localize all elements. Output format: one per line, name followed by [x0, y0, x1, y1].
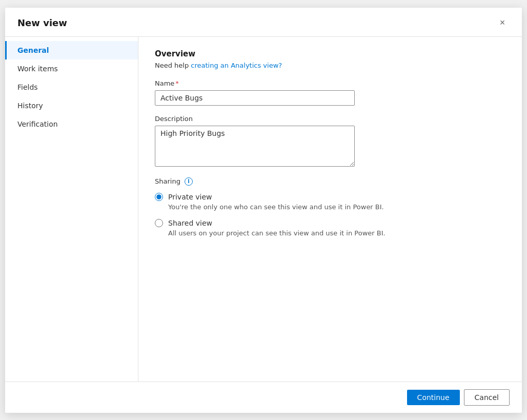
- main-content: Overview Need help creating an Analytics…: [138, 37, 522, 382]
- continue-button[interactable]: Continue: [407, 390, 460, 405]
- sidebar-item-work-items[interactable]: Work items: [5, 59, 138, 78]
- new-view-dialog: New view × General Work items Fields His…: [5, 8, 522, 413]
- shared-view-option: Shared view All users on your project ca…: [155, 219, 505, 237]
- sidebar: General Work items Fields History Verifi…: [5, 37, 138, 382]
- private-view-radio[interactable]: [155, 193, 163, 201]
- sidebar-item-verification[interactable]: Verification: [5, 115, 138, 133]
- name-label: Name*: [155, 79, 505, 87]
- private-view-description: You're the only one who can see this vie…: [155, 203, 505, 211]
- sidebar-item-fields[interactable]: Fields: [5, 78, 138, 96]
- dialog-footer: Continue Cancel: [5, 382, 522, 413]
- sharing-info-icon[interactable]: i: [185, 177, 193, 186]
- sharing-section: Sharing i Private view You're the only o…: [155, 177, 505, 237]
- shared-view-description: All users on your project can see this v…: [155, 229, 505, 237]
- cancel-button[interactable]: Cancel: [464, 389, 510, 406]
- sharing-label-row: Sharing i: [155, 177, 505, 186]
- dialog-body: General Work items Fields History Verifi…: [5, 37, 522, 382]
- dialog-title: New view: [17, 17, 67, 28]
- sidebar-item-history[interactable]: History: [5, 96, 138, 115]
- description-form-group: Description High Priority Bugs: [155, 115, 505, 168]
- private-view-option: Private view You're the only one who can…: [155, 193, 505, 211]
- name-form-group: Name*: [155, 79, 505, 106]
- name-input[interactable]: [155, 90, 355, 106]
- section-title: Overview: [155, 49, 505, 58]
- sharing-title: Sharing: [155, 177, 180, 185]
- shared-view-label: Shared view: [168, 219, 212, 227]
- shared-view-radio[interactable]: [155, 219, 163, 227]
- required-indicator: *: [175, 79, 179, 87]
- help-text: Need help creating an Analytics view?: [155, 62, 505, 69]
- help-link[interactable]: creating an Analytics view?: [191, 62, 282, 69]
- description-textarea[interactable]: High Priority Bugs: [155, 126, 355, 167]
- sidebar-item-general[interactable]: General: [5, 41, 138, 59]
- private-view-label: Private view: [168, 193, 212, 201]
- description-label: Description: [155, 115, 505, 123]
- close-button[interactable]: ×: [495, 16, 510, 30]
- shared-view-label-row: Shared view: [155, 219, 505, 227]
- dialog-header: New view ×: [5, 8, 522, 37]
- private-view-label-row: Private view: [155, 193, 505, 201]
